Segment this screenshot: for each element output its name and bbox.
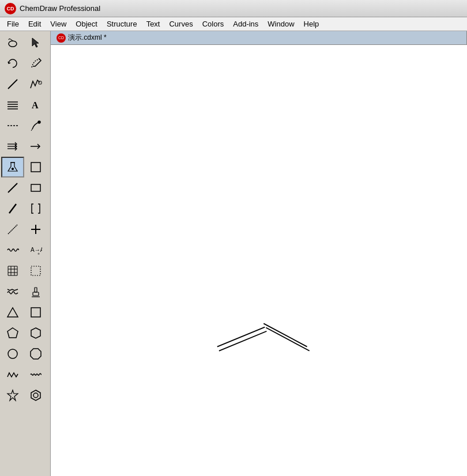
doc-icon: CD xyxy=(57,33,66,43)
svg-marker-38 xyxy=(7,308,18,317)
tool-bond[interactable] xyxy=(1,74,24,95)
svg-rect-36 xyxy=(35,288,37,292)
tool-multi-arrow[interactable] xyxy=(1,136,24,157)
menu-view[interactable]: View xyxy=(46,18,71,29)
tool-rectangle[interactable] xyxy=(24,177,47,198)
tool-lines[interactable] xyxy=(1,95,24,115)
tool-arrow[interactable] xyxy=(24,136,47,157)
svg-text:A: A xyxy=(32,100,39,110)
menu-file[interactable]: File xyxy=(2,18,24,29)
tool-plus[interactable] xyxy=(24,219,47,240)
svg-text:A→A: A→A xyxy=(31,247,42,253)
tool-flask[interactable] xyxy=(1,157,24,177)
svg-line-21 xyxy=(8,225,17,234)
tool-circle[interactable] xyxy=(1,343,24,364)
document-filename: 演示.cdxml * xyxy=(68,33,107,43)
svg-rect-19 xyxy=(31,184,40,191)
tool-chain[interactable] xyxy=(24,74,47,95)
menu-bar: File Edit View Object Structure Text Cur… xyxy=(0,17,467,31)
tool-pen[interactable] xyxy=(24,115,47,136)
tool-triangle[interactable] xyxy=(1,302,24,323)
menu-object[interactable]: Object xyxy=(71,18,102,29)
svg-marker-41 xyxy=(31,328,40,338)
tool-dashed[interactable] xyxy=(1,115,24,136)
tool-squiggle[interactable] xyxy=(24,364,47,385)
tool-zigzag[interactable] xyxy=(1,364,24,385)
tool-wave2[interactable] xyxy=(1,281,24,302)
title-bar: CD ChemDraw Professional xyxy=(0,0,467,17)
svg-line-1 xyxy=(8,80,17,89)
tool-hexagon[interactable] xyxy=(24,323,47,343)
svg-marker-43 xyxy=(31,349,41,359)
canvas-area: CD 演示.cdxml * xyxy=(51,31,467,476)
svg-line-47 xyxy=(217,327,265,347)
menu-help[interactable]: Help xyxy=(299,18,324,29)
svg-point-0 xyxy=(9,41,17,47)
menu-colors[interactable]: Colors xyxy=(198,18,229,29)
svg-rect-34 xyxy=(31,266,40,275)
tool-bracket[interactable] xyxy=(24,198,47,219)
svg-point-9 xyxy=(38,121,40,123)
menu-curves[interactable]: Curves xyxy=(164,18,197,29)
svg-marker-45 xyxy=(31,390,40,401)
tool-wave[interactable] xyxy=(1,240,24,260)
svg-rect-35 xyxy=(33,292,39,296)
tool-pentagon[interactable] xyxy=(1,323,24,343)
tool-stamp[interactable] xyxy=(24,281,47,302)
tool-atom-map[interactable]: A→A + xyxy=(24,240,47,260)
tool-rotate[interactable] xyxy=(1,53,24,74)
tool-text[interactable]: A xyxy=(24,95,47,115)
tool-lasso[interactable] xyxy=(1,32,24,53)
svg-line-18 xyxy=(8,183,17,192)
menu-structure[interactable]: Structure xyxy=(102,18,142,29)
svg-point-46 xyxy=(33,393,38,398)
tool-slash[interactable] xyxy=(1,198,24,219)
svg-point-16 xyxy=(12,168,14,170)
tool-grid[interactable] xyxy=(1,260,24,281)
tool-path-eraser[interactable] xyxy=(24,53,47,74)
tool-line[interactable] xyxy=(1,177,24,198)
tool-diamond[interactable] xyxy=(1,219,24,240)
svg-rect-17 xyxy=(31,163,40,172)
tool-benzene[interactable] xyxy=(24,385,47,406)
svg-line-49 xyxy=(266,328,309,351)
menu-edit[interactable]: Edit xyxy=(24,18,46,29)
menu-window[interactable]: Window xyxy=(263,18,299,29)
tool-square[interactable] xyxy=(24,302,47,323)
tool-star5[interactable] xyxy=(1,385,24,406)
chem-structure xyxy=(51,45,467,476)
toolbar: A xyxy=(0,31,51,476)
document-tab[interactable]: CD 演示.cdxml * xyxy=(51,31,467,45)
svg-rect-39 xyxy=(31,308,40,317)
menu-addins[interactable]: Add-ins xyxy=(228,18,263,29)
app-title: ChemDraw Professional xyxy=(20,4,100,13)
svg-marker-40 xyxy=(7,328,18,338)
svg-line-48 xyxy=(219,331,267,351)
tool-dotted-rect[interactable] xyxy=(24,260,47,281)
tool-rect-frame[interactable] xyxy=(24,157,47,177)
svg-marker-44 xyxy=(7,390,18,401)
svg-point-42 xyxy=(8,349,17,358)
app-logo: CD xyxy=(5,3,16,14)
svg-line-10 xyxy=(31,129,32,131)
canvas-paper[interactable] xyxy=(51,45,467,476)
tool-octagon[interactable] xyxy=(24,343,47,364)
svg-text:+: + xyxy=(37,252,40,256)
menu-text[interactable]: Text xyxy=(142,18,165,29)
tool-pointer[interactable] xyxy=(24,32,47,53)
main-area: A xyxy=(0,31,467,476)
svg-line-50 xyxy=(263,323,307,346)
svg-line-20 xyxy=(9,204,16,213)
